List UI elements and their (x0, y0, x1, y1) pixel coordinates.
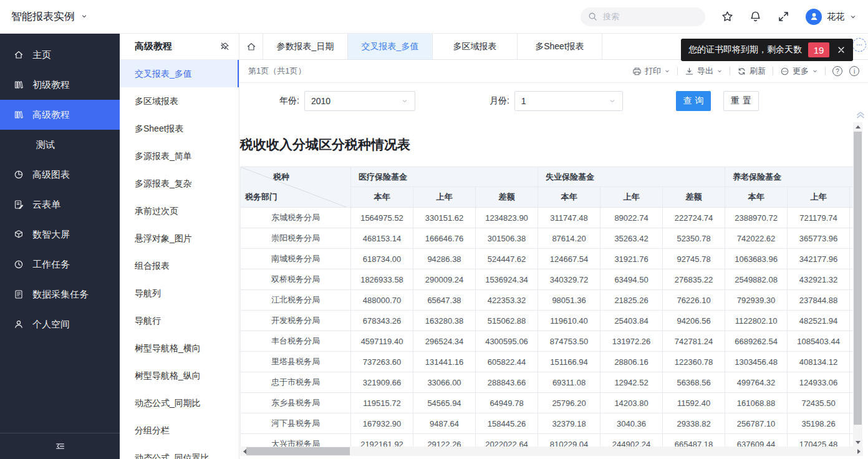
sidebar-item-2[interactable]: 高级教程 (0, 100, 120, 130)
info-icon[interactable]: i (849, 66, 859, 76)
tab-1[interactable]: 交叉报表_多值 (348, 34, 433, 59)
data-cell: 874753.50 (538, 331, 600, 352)
table-row-8: 忠于市税务局321909.6633066.00288843.6669311.08… (241, 372, 854, 393)
scroll-up-arrow[interactable] (853, 122, 862, 131)
submenu-item-14[interactable]: 动态公式_同位置比 (120, 444, 239, 459)
sidebar-item-8[interactable]: 数据采集任务 (0, 279, 120, 309)
avatar (806, 9, 822, 25)
submenu-item-0[interactable]: 交叉报表_多值 (120, 60, 239, 87)
data-cell: 1234823.90 (476, 208, 538, 228)
submenu-item-9[interactable]: 导航行 (120, 307, 239, 334)
submenu-item-3[interactable]: 多源报表_简单 (120, 142, 239, 170)
tab-3[interactable]: 多Sheet报表 (518, 34, 602, 59)
app-window: 智能报表实例 (0, 0, 868, 459)
scroll-down-arrow[interactable] (853, 438, 862, 447)
data-cell: 151166.94 (538, 352, 600, 372)
sidebar-item-1[interactable]: 初级教程 (0, 70, 120, 100)
corner-label-tax-type: 税种 (273, 172, 289, 183)
more-label: 更多 (793, 65, 809, 77)
data-cell: 432921.32 (788, 269, 850, 290)
floating-widget-button[interactable] (852, 38, 866, 52)
data-cell: 52350.78 (663, 228, 725, 249)
data-cell: 721179.74 (788, 208, 850, 228)
sidebar-item-6[interactable]: 数智大屏 (0, 220, 120, 249)
tab-0[interactable]: 参数报表_日期 (263, 34, 348, 59)
sidebar-item-3[interactable]: 测试 (0, 130, 120, 160)
data-cell: 4597119.40 (351, 331, 413, 352)
data-cell: 330151.62 (413, 208, 476, 228)
data-cell: 290009.24 (413, 269, 476, 290)
submenu-item-7[interactable]: 组合报表 (120, 252, 239, 279)
chevron-down-icon (80, 11, 88, 23)
sub-column-header: 上年 (788, 187, 850, 208)
scroll-right-arrow[interactable] (854, 447, 863, 456)
close-icon[interactable] (837, 46, 846, 54)
sidebar-item-5[interactable]: 云表单 (0, 190, 120, 220)
query-button[interactable]: 查询 (676, 91, 711, 111)
submenu-item-2[interactable]: 多Sheet报表 (120, 115, 239, 142)
data-cell: 618734.00 (351, 249, 413, 269)
search-input[interactable] (602, 11, 714, 22)
submenu-item-13[interactable]: 分组分栏 (120, 417, 239, 444)
export-button[interactable]: 导出 (685, 65, 723, 77)
sidebar-item-0[interactable]: 主页 (0, 40, 120, 70)
fullscreen-icon[interactable] (778, 11, 789, 22)
table-row-9: 东乡县税务局119515.7254565.9464949.7825796.201… (241, 393, 854, 413)
user-menu[interactable]: 花花 (806, 9, 857, 25)
chevron-down-icon (609, 97, 616, 105)
horizontal-scrollbar-thumb[interactable] (246, 447, 350, 455)
collapse-sidebar-button[interactable] (0, 433, 120, 459)
horizontal-scrollbar[interactable] (240, 447, 863, 456)
data-cell: 1063683.96 (725, 249, 788, 269)
row-name-cell: 里塔县税务局 (241, 352, 351, 372)
submenu-item-10[interactable]: 树型导航格_横向 (120, 334, 239, 362)
data-cell: 64949.78 (476, 393, 538, 413)
table-row-10: 河下县税务局167932.909487.64158445.2632379.183… (241, 413, 854, 434)
vertical-scrollbar[interactable] (853, 122, 862, 447)
sidebar-item-label: 个人空间 (32, 319, 70, 331)
sidebar-item-9[interactable]: 个人空间 (0, 309, 120, 339)
back-to-top-icon[interactable] (856, 110, 866, 122)
submenu-item-6[interactable]: 悬浮对象_图片 (120, 225, 239, 252)
more-button[interactable]: 更多 (780, 65, 818, 77)
reset-button[interactable]: 重置 (723, 91, 759, 111)
data-cell: 25796.20 (538, 393, 600, 413)
chevron-down-icon (849, 13, 857, 21)
bell-icon[interactable] (750, 11, 761, 22)
sidebar-item-4[interactable]: 高级图表 (0, 160, 120, 190)
submenu-item-11[interactable]: 树型导航格_纵向 (120, 362, 239, 389)
query-label: 查询 (683, 95, 707, 107)
star-icon[interactable] (721, 11, 733, 22)
help-icon[interactable]: ? (832, 66, 842, 76)
submenu-item-5[interactable]: 承前过次页 (120, 197, 239, 225)
reset-label: 重置 (731, 95, 755, 107)
refresh-button[interactable]: 刷新 (737, 65, 766, 77)
data-cell: 119515.72 (351, 393, 413, 413)
toolbar-actions: 打印 导出 刷新 更多 (632, 65, 859, 77)
submenu-item-1[interactable]: 多区域报表 (120, 87, 239, 115)
data-cell: 1536924.34 (476, 269, 538, 290)
data-cell: 9487.64 (413, 413, 476, 434)
home-tab[interactable] (239, 34, 263, 59)
row-name-cell: 丰台税务分局 (241, 331, 351, 352)
submenu-item-12[interactable]: 动态公式_同期比 (120, 389, 239, 417)
month-select[interactable]: 1 (514, 91, 623, 111)
year-select[interactable]: 2010 (304, 91, 415, 111)
app-switcher[interactable]: 智能报表实例 (11, 9, 88, 24)
sidebar-item-7[interactable]: 工作任务 (0, 249, 120, 279)
column-group-header-0: 医疗保险基金 (351, 167, 538, 187)
submenu-item-8[interactable]: 导航列 (120, 279, 239, 307)
submenu-title: 高级教程 (135, 41, 172, 52)
unpin-icon[interactable] (220, 42, 229, 51)
user-icon (14, 319, 24, 329)
data-cell: 163280.38 (413, 311, 476, 331)
vertical-scrollbar-thumb[interactable] (854, 132, 862, 425)
submenu-item-4[interactable]: 多源报表_复杂 (120, 170, 239, 197)
data-cell: 124667.54 (538, 249, 600, 269)
report-toolbar: 第1页（共1页） 打印 导出 刷新 (239, 60, 868, 83)
data-cell: 311747.48 (538, 208, 600, 228)
print-button[interactable]: 打印 (632, 65, 670, 77)
tab-2[interactable]: 多区域报表 (433, 34, 518, 59)
corner-label-department: 税务部门 (245, 191, 277, 203)
sidebar-item-label: 初级教程 (32, 79, 70, 91)
